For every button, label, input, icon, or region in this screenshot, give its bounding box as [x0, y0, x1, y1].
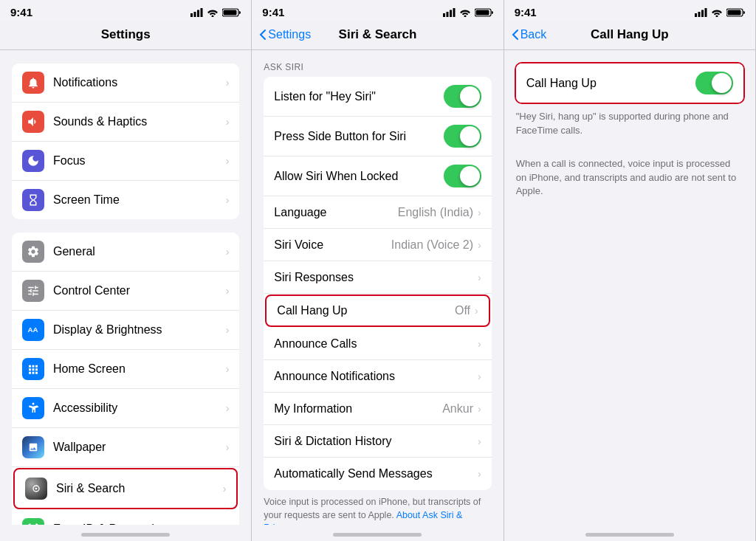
- status-time-3: 9:41: [515, 6, 537, 18]
- call-hang-up-chevron: ›: [475, 305, 478, 317]
- call-hang-up-toggle[interactable]: [695, 72, 733, 94]
- auto-send-label: Automatically Send Messages: [274, 467, 476, 480]
- press-side-item[interactable]: Press Side Button for Siri: [264, 117, 491, 156]
- svg-rect-2: [197, 10, 199, 17]
- call-hang-up-scroll[interactable]: Call Hang Up "Hey Siri, hang up" is supp…: [504, 50, 755, 525]
- svg-point-7: [32, 403, 35, 405]
- call-hang-up-main-item[interactable]: Call Hang Up: [516, 63, 743, 103]
- siri-footer: Voice input is processed on iPhone, but …: [252, 490, 503, 525]
- focus-item[interactable]: Focus ›: [12, 142, 239, 181]
- siri-nav-title: Siri & Search: [339, 27, 417, 42]
- siri-voice-label: Siri Voice: [274, 238, 391, 252]
- accessibility-icon: [27, 402, 40, 415]
- grid-icon: [27, 362, 40, 376]
- control-center-item[interactable]: Control Center ›: [12, 272, 239, 311]
- svg-rect-14: [446, 12, 448, 17]
- wifi-icon: [207, 8, 219, 17]
- home-indicator-2: [252, 525, 503, 541]
- siri-responses-item[interactable]: Siri Responses ›: [264, 261, 491, 294]
- sounds-haptics-item[interactable]: Sounds & Haptics ›: [12, 103, 239, 142]
- announce-calls-item[interactable]: Announce Calls ›: [264, 328, 491, 360]
- accessibility-chevron: ›: [226, 402, 230, 414]
- home-bar-1: [81, 533, 170, 537]
- sounds-label: Sounds & Haptics: [53, 115, 224, 128]
- battery-icon-3: [726, 8, 745, 17]
- announce-notifications-label: Announce Notifications: [274, 370, 476, 383]
- call-hang-up-main-group: Call Hang Up: [515, 62, 745, 104]
- listen-hey-siri-toggle[interactable]: [444, 85, 481, 108]
- notifications-chevron: ›: [226, 77, 230, 89]
- announce-notifications-item[interactable]: Announce Notifications ›: [264, 360, 491, 393]
- language-value: English (India): [398, 206, 473, 219]
- wallpaper-item[interactable]: Wallpaper ›: [12, 428, 239, 467]
- general-icon-bg: [22, 241, 44, 263]
- siri-voice-value: Indian (Voice 2): [391, 238, 473, 252]
- screen-time-icon-bg: [22, 189, 44, 211]
- call-hang-up-nav-title: Call Hang Up: [591, 27, 669, 42]
- focus-label: Focus: [53, 154, 224, 168]
- allow-locked-item[interactable]: Allow Siri When Locked: [264, 156, 491, 196]
- siri-responses-label: Siri Responses: [274, 271, 476, 284]
- auto-send-chevron: ›: [478, 468, 481, 480]
- sounds-icon: [22, 111, 44, 133]
- signal-icon-3: [695, 8, 707, 17]
- main-nav-title: Settings: [101, 27, 151, 42]
- language-item[interactable]: Language English (India) ›: [264, 196, 491, 229]
- my-information-item[interactable]: My Information Ankur ›: [264, 393, 491, 425]
- face-id-label: Face ID & Passcode: [53, 523, 224, 525]
- svg-rect-21: [701, 10, 704, 17]
- ask-siri-section: ASK SIRI Listen for "Hey Siri" Press Sid…: [252, 62, 503, 490]
- nav-back-3[interactable]: Back: [512, 28, 547, 41]
- notifications-label: Notifications: [53, 76, 224, 89]
- call-hang-up-main-label: Call Hang Up: [526, 77, 695, 90]
- siri-search-chevron: ›: [223, 483, 227, 495]
- svg-rect-18: [475, 10, 489, 15]
- face-id-chevron: ›: [226, 523, 230, 525]
- call-hang-up-item[interactable]: Call Hang Up Off ›: [265, 294, 489, 327]
- nav-back-2[interactable]: Settings: [259, 28, 311, 41]
- language-label: Language: [274, 206, 397, 219]
- notifications-item[interactable]: Notifications ›: [12, 63, 239, 103]
- language-chevron: ›: [478, 207, 481, 218]
- announce-notifications-chevron: ›: [478, 371, 481, 382]
- control-center-chevron: ›: [226, 285, 230, 297]
- svg-rect-19: [695, 13, 697, 17]
- svg-rect-0: [190, 13, 193, 17]
- svg-rect-15: [450, 10, 452, 17]
- faceid-icon: [27, 523, 40, 525]
- my-information-label: My Information: [274, 402, 442, 416]
- sliders-icon: [27, 284, 40, 297]
- face-id-item[interactable]: Face ID & Passcode ›: [12, 510, 239, 525]
- battery-icon-2: [475, 8, 493, 17]
- general-label: General: [53, 245, 224, 258]
- siri-voice-item[interactable]: Siri Voice Indian (Voice 2) ›: [264, 229, 491, 261]
- photo-icon: [28, 442, 38, 452]
- wallpaper-icon-bg: [22, 436, 44, 458]
- status-time-2: 9:41: [262, 6, 284, 18]
- home-indicator-1: [0, 525, 251, 541]
- settings-scroll-1[interactable]: Notifications › Sounds & Haptics › Focus…: [0, 50, 251, 525]
- siri-scroll[interactable]: ASK SIRI Listen for "Hey Siri" Press Sid…: [252, 50, 503, 525]
- siri-dictation-item[interactable]: Siri & Dictation History ›: [264, 425, 491, 458]
- listen-hey-siri-item[interactable]: Listen for "Hey Siri": [264, 77, 491, 117]
- auto-send-item[interactable]: Automatically Send Messages ›: [264, 458, 491, 490]
- allow-locked-label: Allow Siri When Locked: [274, 170, 443, 183]
- listen-hey-siri-label: Listen for "Hey Siri": [274, 90, 443, 103]
- home-screen-item[interactable]: Home Screen ›: [12, 350, 239, 389]
- accessibility-item[interactable]: Accessibility ›: [12, 389, 239, 428]
- siri-search-item[interactable]: Siri & Search ›: [13, 468, 238, 509]
- status-icons-3: [695, 8, 745, 17]
- call-hang-up-desc2: When a call is connected, voice input is…: [504, 151, 755, 205]
- display-chevron: ›: [226, 324, 230, 336]
- screen-time-item[interactable]: Screen Time ›: [12, 181, 239, 219]
- allow-locked-toggle[interactable]: [444, 165, 481, 187]
- svg-rect-16: [453, 8, 455, 17]
- general-item[interactable]: General ›: [12, 232, 239, 272]
- speaker-icon: [27, 115, 40, 128]
- press-side-toggle[interactable]: [444, 125, 481, 148]
- general-chevron: ›: [226, 246, 230, 258]
- nav-bar-1: Settings: [0, 21, 251, 50]
- hourglass-icon: [27, 193, 40, 207]
- display-brightness-item[interactable]: AA Display & Brightness ›: [12, 311, 239, 350]
- notifications-icon: [22, 72, 44, 94]
